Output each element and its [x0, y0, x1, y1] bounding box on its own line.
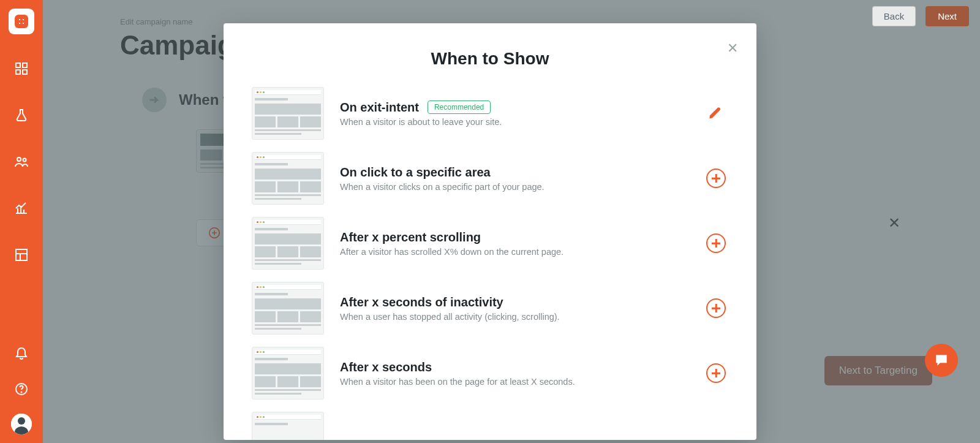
trigger-item: After x percent scrollingAfter a visitor…: [252, 217, 728, 270]
grid-icon: [14, 61, 29, 76]
svg-rect-3: [23, 70, 27, 74]
svg-point-12: [18, 417, 25, 425]
app-logo[interactable]: [9, 9, 34, 34]
chat-icon: [933, 352, 949, 368]
trigger-item: After x seconds of inactivityWhen a user…: [252, 282, 728, 335]
modal-close-button[interactable]: ✕: [727, 42, 738, 55]
trigger-title: After x seconds: [340, 360, 432, 374]
users-icon: [14, 154, 29, 169]
user-avatar[interactable]: [11, 414, 32, 434]
nav-layout[interactable]: [9, 243, 34, 267]
nav-experiments[interactable]: [9, 103, 34, 127]
edit-trigger-button[interactable]: [707, 104, 725, 123]
svg-point-5: [23, 159, 26, 162]
trigger-title: After x seconds of inactivity: [340, 295, 503, 309]
pencil-icon: [707, 104, 725, 121]
trigger-thumbnail: [252, 152, 324, 205]
when-to-show-modal: ✕ When to Show On exit-intentRecommended…: [224, 23, 756, 440]
trigger-thumbnail: [252, 412, 324, 440]
trigger-thumbnail: [252, 347, 324, 399]
trigger-text: On click to a specific areaWhen a visito…: [340, 165, 688, 192]
trigger-thumbnail: [252, 282, 324, 335]
layout-icon: [14, 248, 29, 262]
nav-analytics[interactable]: [9, 196, 34, 221]
recommended-badge: Recommended: [428, 100, 491, 114]
chat-fab[interactable]: [925, 344, 958, 377]
nav-notifications[interactable]: [9, 340, 34, 365]
trigger-list: On exit-intentRecommendedWhen a visitor …: [252, 87, 728, 399]
trigger-text: After x secondsWhen a visitor has been o…: [340, 360, 688, 387]
add-trigger-button[interactable]: [706, 298, 726, 318]
flask-icon: [14, 108, 29, 123]
sidebar: [0, 0, 43, 443]
trigger-text: After x seconds of inactivityWhen a user…: [340, 295, 688, 322]
avatar-icon: [11, 414, 32, 434]
back-button[interactable]: Back: [872, 6, 916, 26]
trigger-title: On click to a specific area: [340, 165, 491, 179]
nav-dashboard[interactable]: [9, 56, 34, 81]
trigger-text: After x percent scrollingAfter a visitor…: [340, 230, 688, 257]
trigger-title: After x percent scrolling: [340, 230, 481, 244]
trigger-title: On exit-intent: [340, 100, 419, 114]
chart-icon: [14, 201, 29, 216]
modal-title: When to Show: [252, 49, 728, 69]
next-button[interactable]: Next: [925, 6, 969, 26]
trigger-item: On click to a specific areaWhen a visito…: [252, 152, 728, 205]
svg-rect-1: [23, 63, 27, 67]
trigger-item: On exit-intentRecommendedWhen a visitor …: [252, 87, 728, 140]
bell-icon: [14, 345, 29, 360]
nav-help[interactable]: [9, 377, 34, 401]
add-trigger-button[interactable]: [706, 168, 726, 188]
svg-point-10: [21, 392, 22, 393]
add-trigger-button[interactable]: [706, 233, 726, 253]
trigger-item: After x secondsWhen a visitor has been o…: [252, 347, 728, 399]
svg-point-4: [17, 157, 21, 161]
trigger-text: On exit-intentRecommendedWhen a visitor …: [340, 100, 688, 127]
add-trigger-button[interactable]: [706, 363, 726, 383]
top-bar: Back Next: [872, 6, 969, 26]
nav-audience[interactable]: [9, 150, 34, 174]
svg-rect-2: [16, 70, 20, 74]
trigger-description: When a visitor clicks on a specific part…: [340, 182, 688, 192]
trigger-description: When a visitor is about to leave your si…: [340, 117, 688, 127]
trigger-thumbnail: [252, 87, 324, 140]
svg-rect-6: [16, 249, 27, 260]
trigger-description: When a user has stopped all activity (cl…: [340, 312, 688, 322]
help-icon: [14, 382, 29, 396]
trigger-description: After a visitor has scrolled X% down on …: [340, 247, 688, 257]
trigger-thumbnail: [252, 217, 324, 270]
trigger-description: When a visitor has been on the page for …: [340, 377, 688, 387]
svg-rect-0: [16, 63, 20, 67]
